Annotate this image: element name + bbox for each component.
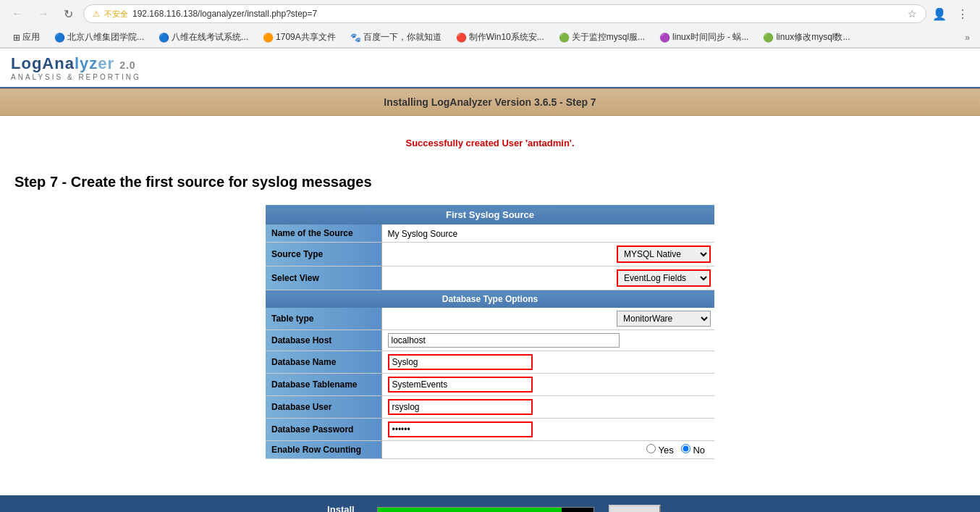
- bookmark-4[interactable]: 🐾 百度一下，你就知道: [345, 30, 447, 45]
- bookmarks-bar: ⊞ 应用 🔵 北京八维集团学院... 🔵 八维在线考试系统... 🟠 1709A…: [0, 28, 980, 48]
- no-label-text: No: [693, 445, 705, 456]
- source-type-select[interactable]: MYSQL Native PGSQL Native SQLite Syslog …: [617, 245, 711, 263]
- form-table: First Syslog Source Name of the Source M…: [266, 205, 714, 459]
- name-source-value: My Syslog Source: [381, 224, 714, 243]
- form-container: First Syslog Source Name of the Source M…: [0, 205, 980, 474]
- db-host-row: Database Host: [266, 330, 714, 351]
- db-user-row: Database User: [266, 396, 714, 419]
- db-host-label: Database Host: [266, 330, 381, 351]
- select-view-value: EventLog Fields Syslog Fields: [381, 267, 714, 290]
- table-type-row: Table type MonitorWare php-syslog-ng Cus…: [266, 308, 714, 330]
- bookmark-6[interactable]: 🟢 关于监控mysql服...: [553, 30, 651, 45]
- bookmark-5-icon: 🔴: [456, 33, 467, 43]
- forward-button[interactable]: →: [33, 6, 54, 22]
- bookmark-1[interactable]: 🔵 北京八维集团学院...: [48, 30, 150, 45]
- table-type-value: MonitorWare php-syslog-ng Custom: [381, 308, 714, 330]
- db-user-value: [381, 396, 714, 419]
- select-view-label: Select View: [266, 267, 381, 290]
- bookmark-1-icon: 🔵: [54, 33, 65, 43]
- db-tablename-row: Database Tablename: [266, 374, 714, 396]
- browser-chrome: ← → ↻ ⚠ 不安全 192.168.116.138/loganalyzer/…: [0, 0, 980, 49]
- refresh-button[interactable]: ↻: [59, 6, 77, 22]
- row-counting-value: Yes No: [381, 441, 714, 459]
- progress-area: Install Progress: Next: [0, 495, 980, 512]
- bookmark-apps[interactable]: ⊞ 应用: [7, 30, 46, 45]
- back-button[interactable]: ←: [7, 6, 28, 22]
- profile-icon[interactable]: 👤: [932, 7, 947, 21]
- db-name-value: [381, 351, 714, 374]
- address-bar[interactable]: ⚠ 不安全 192.168.116.138/loganalyzer/instal…: [83, 4, 926, 23]
- yes-label-text: Yes: [659, 445, 674, 456]
- row-counting-no-label[interactable]: No: [681, 444, 705, 456]
- progress-label: Install Progress:: [319, 504, 363, 512]
- bookmark-8[interactable]: 🟢 linux修改mysql数...: [757, 30, 856, 45]
- nav-bar: ← → ↻ ⚠ 不安全 192.168.116.138/loganalyzer/…: [0, 0, 980, 28]
- success-text: Successfully created User 'antadmin'.: [405, 138, 574, 148]
- step-heading-text: Step 7 - Create the first source for sys…: [14, 174, 372, 190]
- bookmark-2[interactable]: 🔵 八维在线考试系统...: [153, 30, 254, 45]
- bookmarks-more-button[interactable]: »: [962, 31, 973, 44]
- next-button[interactable]: Next: [609, 505, 661, 513]
- db-tablename-value: [381, 374, 714, 396]
- db-host-input[interactable]: [388, 333, 620, 348]
- security-icon: ⚠: [93, 9, 100, 19]
- success-message: Successfully created User 'antadmin'.: [0, 127, 980, 159]
- page-wrapper: LogAnalyzer 2.0 ANALYSIS & REPORTING Ins…: [0, 49, 980, 512]
- progress-bar-fill: [378, 508, 561, 512]
- db-password-row: Database Password: [266, 419, 714, 441]
- security-label: 不安全: [104, 9, 128, 20]
- name-source-row: Name of the Source My Syslog Source: [266, 224, 714, 243]
- db-tablename-label: Database Tablename: [266, 374, 381, 396]
- bookmark-6-icon: 🟢: [559, 33, 570, 43]
- bookmark-3[interactable]: 🟠 1709A共享文件: [257, 30, 342, 45]
- db-user-input[interactable]: [388, 399, 533, 415]
- title-text: Installing LogAnalyzer Version 3.6.5 - S…: [384, 96, 596, 108]
- bookmark-7-icon: 🟣: [659, 33, 670, 43]
- star-icon[interactable]: ☆: [908, 8, 917, 20]
- db-name-row: Database Name: [266, 351, 714, 374]
- logo-header: LogAnalyzer 2.0 ANALYSIS & REPORTING: [0, 49, 980, 88]
- row-counting-radios: Yes No: [388, 444, 709, 456]
- bookmark-8-icon: 🟢: [763, 33, 774, 43]
- db-section-header: Database Type Options: [266, 290, 714, 309]
- name-source-label: Name of the Source: [266, 224, 381, 243]
- db-name-label: Database Name: [266, 351, 381, 374]
- select-view-select[interactable]: EventLog Fields Syslog Fields: [617, 269, 711, 287]
- source-type-label: Source Type: [266, 243, 381, 267]
- bookmark-7[interactable]: 🟣 linux时间同步 - 蜗...: [654, 30, 754, 45]
- logo-text: LogAnalyzer 2.0: [11, 54, 969, 73]
- section-header-row: First Syslog Source: [266, 205, 714, 224]
- step-heading: Step 7 - Create the first source for sys…: [0, 167, 980, 205]
- address-text: 192.168.116.138/loganalyzer/install.php?…: [132, 9, 903, 19]
- db-password-label: Database Password: [266, 419, 381, 441]
- row-counting-yes-label[interactable]: Yes: [646, 444, 674, 456]
- source-type-value: MYSQL Native PGSQL Native SQLite Syslog …: [381, 243, 714, 267]
- bookmark-3-icon: 🟠: [263, 33, 274, 43]
- logo-subtitle: ANALYSIS & REPORTING: [11, 73, 969, 81]
- select-view-row: Select View EventLog Fields Syslog Field…: [266, 267, 714, 290]
- db-section-header-row: Database Type Options: [266, 290, 714, 309]
- bookmark-5[interactable]: 🔴 制作Win10系统安...: [450, 30, 550, 45]
- section-header: First Syslog Source: [266, 205, 714, 224]
- bookmark-4-icon: 🐾: [350, 33, 361, 43]
- db-name-input[interactable]: [388, 354, 533, 370]
- bookmark-2-icon: 🔵: [159, 33, 169, 43]
- more-icon[interactable]: ⋮: [952, 6, 973, 22]
- db-host-value: [381, 330, 714, 351]
- name-source-text: My Syslog Source: [388, 229, 458, 239]
- title-bar: Installing LogAnalyzer Version 3.6.5 - S…: [0, 88, 980, 116]
- row-counting-row: Enable Row Counting Yes No: [266, 441, 714, 459]
- db-tablename-input[interactable]: [388, 377, 533, 393]
- progress-bar-container: [377, 507, 594, 512]
- table-type-label: Table type: [266, 308, 381, 330]
- row-counting-yes-radio[interactable]: [646, 444, 656, 453]
- apps-icon: ⊞: [13, 33, 20, 43]
- source-type-row: Source Type MYSQL Native PGSQL Native SQ…: [266, 243, 714, 267]
- row-counting-label: Enable Row Counting: [266, 441, 381, 459]
- db-user-label: Database User: [266, 396, 381, 419]
- row-counting-no-radio[interactable]: [681, 444, 690, 453]
- table-type-select[interactable]: MonitorWare php-syslog-ng Custom: [617, 311, 711, 327]
- progress-label-line1: Install: [327, 504, 355, 512]
- db-password-value: [381, 419, 714, 441]
- db-password-input[interactable]: [388, 421, 533, 437]
